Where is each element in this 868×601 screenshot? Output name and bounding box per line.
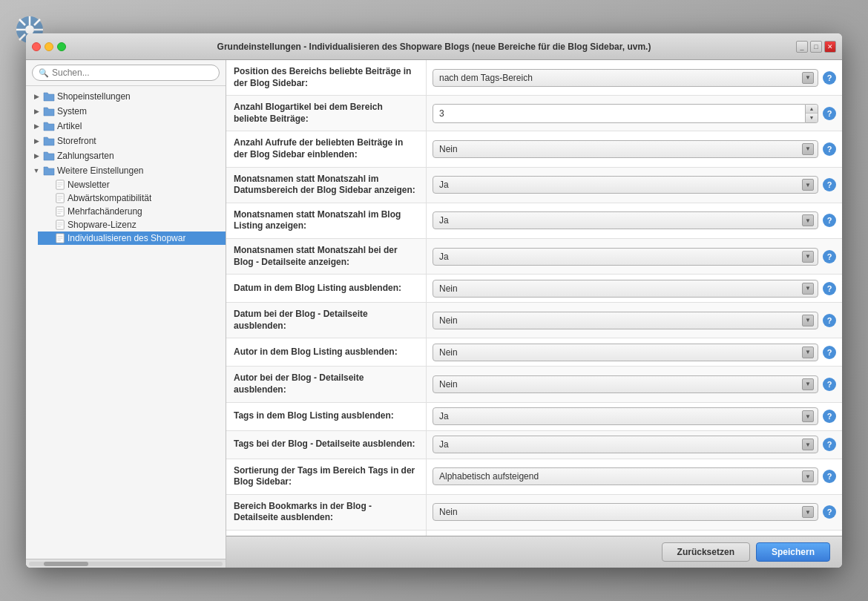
scrollbar-thumb[interactable] (44, 562, 88, 566)
win-close-btn[interactable]: ✕ (824, 41, 836, 53)
select-autor-detail-ausblenden[interactable]: NeinJa (433, 375, 818, 393)
help-btn-tags-listing-ausblenden[interactable]: ? (823, 410, 836, 423)
select-tags-detail-ausblenden[interactable]: JaNein (433, 436, 818, 453)
toggle-weitere-einstellungen (32, 166, 41, 175)
sidebar-item-weitere-einstellungen[interactable]: Weitere Einstellungen (26, 163, 226, 178)
maximize-button[interactable] (57, 42, 66, 51)
sidebar-item-system[interactable]: System (26, 104, 226, 119)
settings-row-monatsnamen-listing: Monatsnamen statt Monatszahl im Blog Lis… (226, 203, 842, 239)
toggle-artikel (32, 122, 41, 131)
sidebar-item-artikel[interactable]: Artikel (26, 119, 226, 134)
select-sortierung-tags[interactable]: Alphabetisch aufsteigendAlphabetisch abs… (433, 467, 818, 485)
window-controls-right: _ □ ✕ (796, 41, 836, 53)
select-wrap-sortierung-tags: Alphabetisch aufsteigendAlphabetisch abs… (433, 467, 818, 485)
win-minimize-btn[interactable]: _ (796, 41, 808, 53)
sidebar-item-newsletter[interactable]: Newsletter (38, 178, 226, 191)
select-wrap-datum-detail-ausblenden: NeinJa▼ (433, 312, 818, 329)
sidebar-item-shopeinstellungen[interactable]: Shopeinstellungen (26, 89, 226, 104)
settings-control-monatsnamen-detail: JaNein▼? (427, 239, 842, 274)
help-btn-monatsnamen-sidebar[interactable]: ? (823, 178, 836, 191)
settings-label-datum-listing-ausblenden: Datum in dem Blog Listing ausblenden: (226, 275, 427, 302)
settings-row-anzahl-blogartikel: Anzahl Blogartikel bei dem Bereich belie… (226, 96, 842, 131)
settings-control-sortierung-tags: Alphabetisch aufsteigendAlphabetisch abs… (427, 459, 842, 494)
help-btn-position-beliebt[interactable]: ? (823, 71, 836, 85)
select-monatsnamen-listing[interactable]: JaNein (433, 211, 818, 229)
file-icon-mehrfachaenderung (55, 206, 65, 217)
main-panel: Position des Bereichs beliebte Beiträge … (226, 60, 842, 568)
help-btn-sortierung-tags[interactable]: ? (823, 470, 836, 483)
sidebar-item-shopware-lizenz[interactable]: Shopware-Lizenz (38, 218, 226, 231)
sidebar-scrollbar (26, 559, 226, 568)
select-wrap-datum-listing-ausblenden: NeinJa▼ (433, 280, 818, 298)
reset-button[interactable]: Zurücksetzen (662, 542, 750, 562)
select-wrap-monatsnamen-detail: JaNein▼ (433, 248, 818, 266)
settings-control-autor-listing-ausblenden: NeinJa▼? (427, 338, 842, 366)
settings-label-datum-detail-ausblenden: Datum bei der Blog - Detailseite ausblen… (226, 303, 427, 338)
settings-control-monatsnamen-listing: JaNein▼? (427, 203, 842, 238)
minimize-button[interactable] (45, 42, 53, 51)
settings-label-position-beliebt: Position des Bereichs beliebte Beiträge … (226, 60, 427, 95)
folder-icon-storefront (43, 135, 55, 147)
select-monatsnamen-detail[interactable]: JaNein (433, 248, 818, 266)
select-monatsnamen-sidebar[interactable]: JaNein (433, 176, 818, 194)
settings-label-anzahl-blogartikel: Anzahl Blogartikel bei dem Bereich belie… (226, 96, 427, 131)
select-wrap-autor-listing-ausblenden: NeinJa▼ (433, 344, 818, 361)
select-position-beliebt[interactable]: nach dem Tags-Bereichvor dem Tags-Bereic… (433, 69, 818, 87)
help-btn-monatsnamen-listing[interactable]: ? (823, 214, 836, 227)
select-autor-listing-ausblenden[interactable]: NeinJa (433, 344, 818, 361)
save-button[interactable]: Speichern (756, 542, 830, 562)
label-individualisieren: Individualisieren des Shopwar (68, 233, 185, 243)
settings-label-bookmarks-ausblenden: Bereich Bookmarks in der Blog - Detailse… (226, 495, 427, 530)
folder-icon-shopeinstellungen (43, 91, 55, 102)
label-artikel: Artikel (57, 121, 82, 131)
settings-area: Position des Bereichs beliebte Beiträge … (226, 60, 842, 536)
settings-control-autor-detail-ausblenden: NeinJa▼? (427, 367, 842, 401)
settings-label-monatsnamen-detail: Monatsnamen statt Monatszahl bei der Blo… (226, 239, 427, 274)
help-btn-autor-listing-ausblenden[interactable]: ? (823, 346, 836, 359)
settings-label-tags-listing-ausblenden: Tags in dem Blog Listing ausblenden: (226, 403, 427, 430)
stepper-down-anzahl-blogartikel[interactable]: ▼ (806, 114, 818, 122)
folder-icon-weitere-einstellungen (43, 165, 55, 177)
select-bookmarks-ausblenden[interactable]: NeinJa (433, 503, 818, 521)
sidebar-item-mehrfachaenderung[interactable]: Mehrfachänderung (38, 205, 226, 218)
label-weitere-einstellungen: Weitere Einstellungen (57, 165, 144, 176)
settings-row-monatsnamen-sidebar: Monatsnamen statt Monatszahl im Datumsbe… (226, 168, 842, 203)
sidebar-item-zahlungsarten[interactable]: Zahlungsarten (26, 148, 226, 163)
settings-row-datum-detail-ausblenden: Datum bei der Blog - Detailseite ausblen… (226, 303, 842, 338)
settings-row-anzahl-aufrufe: Anzahl Aufrufe der beliebten Beiträge in… (226, 131, 842, 167)
weitere-einstellungen-children: Newsletter Abwärtskompatibilität (26, 178, 226, 245)
win-restore-btn[interactable]: □ (810, 41, 822, 53)
help-btn-monatsnamen-detail[interactable]: ? (823, 250, 836, 263)
folder-icon-artikel (43, 120, 55, 132)
select-anzahl-aufrufe[interactable]: NeinJa (433, 140, 818, 158)
help-btn-autor-detail-ausblenden[interactable]: ? (823, 378, 836, 391)
select-wrap-autor-detail-ausblenden: NeinJa▼ (433, 375, 818, 393)
select-datum-detail-ausblenden[interactable]: NeinJa (433, 312, 818, 329)
help-btn-datum-detail-ausblenden[interactable]: ? (823, 314, 836, 327)
help-btn-anzahl-aufrufe[interactable]: ? (823, 142, 836, 156)
sidebar-item-individualisieren[interactable]: Individualisieren des Shopwar (38, 231, 226, 245)
toggle-system (32, 107, 41, 116)
select-datum-listing-ausblenden[interactable]: NeinJa (433, 280, 818, 298)
title-bar: Grundeinstellungen - Individualisieren d… (26, 33, 842, 60)
help-btn-tags-detail-ausblenden[interactable]: ? (823, 438, 836, 451)
settings-label-autor-detail-ausblenden: Autor bei der Blog - Detailseite ausblen… (226, 367, 427, 401)
sidebar-item-storefront[interactable]: Storefront (26, 134, 226, 148)
settings-label-sortierung-tags: Sortierung der Tags im Bereich Tags in d… (226, 459, 427, 494)
help-btn-datum-listing-ausblenden[interactable]: ? (823, 282, 836, 295)
settings-row-tags-detail-ausblenden: Tags bei der Blog - Detailseite ausblend… (226, 431, 842, 459)
settings-label-tags-detail-ausblenden: Tags bei der Blog - Detailseite ausblend… (226, 431, 427, 459)
sidebar-item-abwaertskompatibilitaet[interactable]: Abwärtskompatibilität (38, 191, 226, 205)
settings-control-datum-detail-ausblenden: NeinJa▼? (427, 303, 842, 338)
stepper-up-anzahl-blogartikel[interactable]: ▲ (806, 105, 818, 114)
settings-row-tags-listing-ausblenden: Tags in dem Blog Listing ausblenden:JaNe… (226, 403, 842, 431)
close-button[interactable] (32, 42, 41, 51)
help-btn-bookmarks-ausblenden[interactable]: ? (823, 505, 836, 519)
label-system: System (57, 106, 87, 116)
help-btn-anzahl-blogartikel[interactable]: ? (823, 107, 836, 120)
settings-row-position-beliebt: Position des Bereichs beliebte Beiträge … (226, 60, 842, 96)
search-input[interactable] (52, 68, 213, 78)
number-input-anzahl-blogartikel[interactable] (433, 104, 806, 123)
toggle-shopeinstellungen (32, 92, 41, 101)
select-tags-listing-ausblenden[interactable]: JaNein (433, 407, 818, 425)
